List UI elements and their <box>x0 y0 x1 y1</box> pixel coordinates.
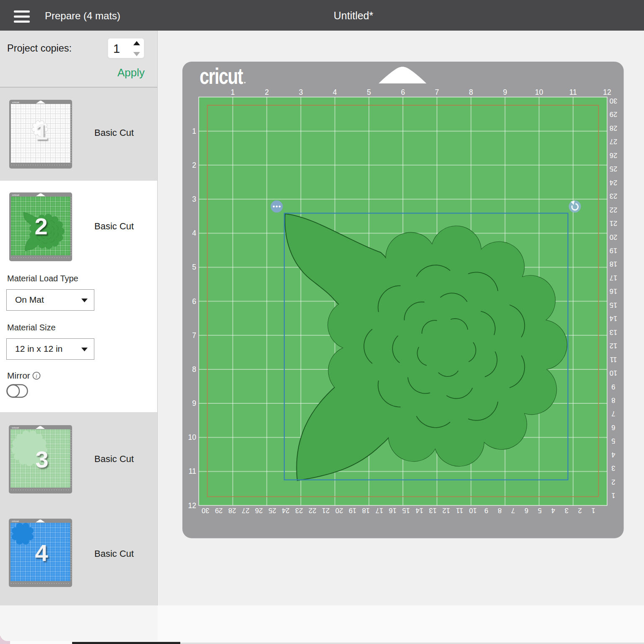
svg-text:28: 28 <box>229 507 236 514</box>
svg-text:18: 18 <box>362 507 370 514</box>
svg-text:27: 27 <box>242 507 249 514</box>
svg-text:13: 13 <box>610 329 617 336</box>
svg-text:14: 14 <box>415 507 423 514</box>
svg-text:19: 19 <box>349 507 356 514</box>
svg-text:9: 9 <box>192 399 196 408</box>
svg-text:10: 10 <box>535 88 543 96</box>
svg-text:7: 7 <box>192 331 196 340</box>
svg-text:3: 3 <box>565 507 569 514</box>
svg-text:1: 1 <box>35 119 48 144</box>
svg-text:1: 1 <box>592 507 595 514</box>
svg-text:26: 26 <box>255 507 262 514</box>
svg-text:1: 1 <box>231 88 235 96</box>
svg-text:4: 4 <box>192 229 196 237</box>
svg-text:cricut: cricut <box>12 519 19 522</box>
svg-text:3: 3 <box>35 446 48 473</box>
svg-text:3: 3 <box>192 195 196 203</box>
svg-text:12: 12 <box>188 501 196 510</box>
svg-text:17: 17 <box>376 507 383 514</box>
svg-text:2: 2 <box>265 88 269 96</box>
svg-text:12: 12 <box>603 88 611 96</box>
svg-text:9: 9 <box>503 88 507 96</box>
svg-text:5: 5 <box>611 437 615 445</box>
svg-text:4: 4 <box>611 451 615 459</box>
svg-text:5: 5 <box>367 88 371 96</box>
svg-text:10: 10 <box>188 433 197 441</box>
svg-text:19: 19 <box>610 247 617 254</box>
svg-text:6: 6 <box>192 297 196 306</box>
svg-text:28: 28 <box>610 125 617 132</box>
svg-text:9: 9 <box>611 383 615 391</box>
svg-text:13: 13 <box>429 507 436 514</box>
svg-text:30: 30 <box>202 507 209 514</box>
svg-text:23: 23 <box>610 192 617 200</box>
svg-text:20: 20 <box>335 507 343 514</box>
svg-text:11: 11 <box>610 356 617 364</box>
svg-text:29: 29 <box>610 111 617 118</box>
svg-text:5: 5 <box>192 263 196 271</box>
svg-text:2: 2 <box>34 213 47 239</box>
svg-text:cricut: cricut <box>200 64 243 88</box>
svg-text:7: 7 <box>435 88 439 96</box>
svg-text:7: 7 <box>611 410 615 418</box>
svg-text:26: 26 <box>610 152 617 159</box>
svg-text:6: 6 <box>611 424 615 431</box>
svg-text:2: 2 <box>192 161 196 169</box>
svg-text:cricut: cricut <box>12 101 19 104</box>
svg-text:22: 22 <box>610 206 617 214</box>
svg-text:i: i <box>36 373 37 379</box>
svg-text:22: 22 <box>309 507 316 514</box>
svg-text:3: 3 <box>611 465 615 472</box>
svg-text:2: 2 <box>611 478 615 486</box>
svg-text:8: 8 <box>498 507 501 514</box>
svg-text:23: 23 <box>295 507 303 514</box>
svg-text:12: 12 <box>610 342 617 350</box>
svg-text:24: 24 <box>610 179 617 187</box>
svg-text:10: 10 <box>610 369 617 377</box>
svg-text:16: 16 <box>389 507 396 514</box>
svg-text:1: 1 <box>611 492 615 499</box>
svg-text:16: 16 <box>610 288 617 295</box>
svg-text:11: 11 <box>569 88 577 96</box>
svg-text:7: 7 <box>511 507 515 514</box>
svg-text:27: 27 <box>610 138 617 145</box>
svg-text:25: 25 <box>610 165 617 173</box>
svg-text:30: 30 <box>610 97 617 105</box>
svg-text:10: 10 <box>469 507 477 514</box>
svg-text:6: 6 <box>401 88 405 96</box>
svg-text:15: 15 <box>610 301 617 309</box>
svg-text:8: 8 <box>469 88 473 96</box>
svg-text:15: 15 <box>402 507 410 514</box>
svg-text:8: 8 <box>192 365 196 374</box>
svg-text:5: 5 <box>538 507 542 514</box>
svg-text:1: 1 <box>192 127 196 135</box>
svg-text:24: 24 <box>282 507 289 514</box>
svg-text:4: 4 <box>35 540 48 566</box>
svg-text:11: 11 <box>189 467 196 475</box>
svg-text:17: 17 <box>610 274 617 282</box>
svg-text:3: 3 <box>299 88 303 96</box>
svg-text:25: 25 <box>268 507 276 514</box>
svg-text:6: 6 <box>525 507 528 514</box>
svg-text:9: 9 <box>484 507 488 514</box>
svg-text:11: 11 <box>456 507 463 514</box>
svg-text:2: 2 <box>578 507 582 514</box>
svg-text:cricut: cricut <box>12 426 19 429</box>
svg-text:21: 21 <box>322 507 330 514</box>
svg-text:18: 18 <box>610 260 617 268</box>
svg-text:21: 21 <box>610 220 617 227</box>
svg-text:29: 29 <box>215 507 223 514</box>
svg-text:14: 14 <box>610 315 617 322</box>
svg-text:8: 8 <box>611 397 615 404</box>
svg-text:12: 12 <box>442 507 450 514</box>
svg-text:cricut: cricut <box>12 193 19 196</box>
svg-text:20: 20 <box>610 234 617 241</box>
svg-text:4: 4 <box>333 88 337 96</box>
svg-text:4: 4 <box>551 507 555 514</box>
